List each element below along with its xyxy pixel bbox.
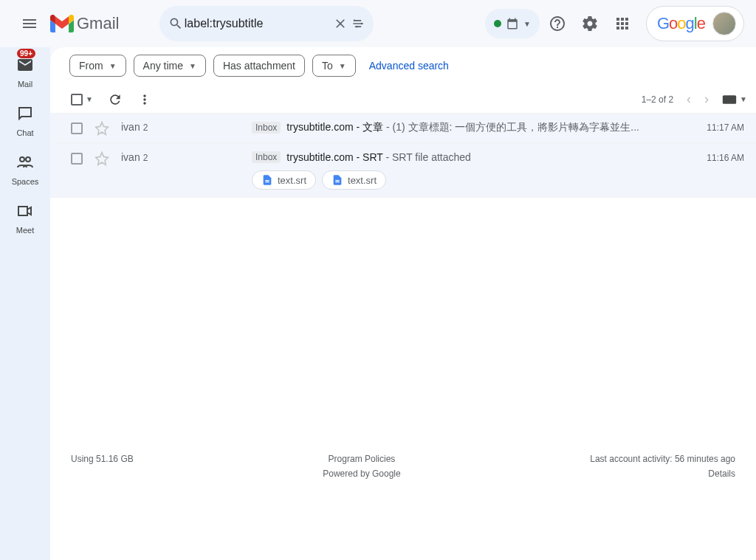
- filter-time-label: Any time: [143, 60, 183, 72]
- subject-strong: trysubtitle.com - SRT: [286, 151, 382, 163]
- email-row[interactable]: ivan 2 Inbox trysubtitle.com - 文章 - (1) …: [50, 114, 756, 144]
- row-checkbox[interactable]: [71, 122, 83, 134]
- row-time: 11:16 AM: [693, 151, 744, 163]
- select-all-control[interactable]: ▼: [71, 94, 93, 106]
- chevron-down-icon: ▼: [339, 62, 346, 70]
- sender: ivan 2: [115, 121, 252, 133]
- chevron-down-icon: ▼: [109, 62, 117, 70]
- attachment-chip[interactable]: text.srt: [252, 170, 316, 190]
- attachment-name: text.srt: [278, 175, 306, 186]
- toolbar-right: 1–2 of 2 ‹ › ▼: [642, 91, 747, 107]
- filter-attachment-label: Has attachment: [223, 60, 295, 72]
- chevron-down-icon: ▼: [189, 62, 196, 70]
- document-icon: [261, 174, 273, 186]
- sender-name: ivan: [121, 121, 140, 133]
- chevron-down-icon: ▼: [740, 95, 747, 103]
- main-panel: From▼ Any time▼ Has attachment To▼ Advan…: [50, 47, 756, 560]
- apps-button[interactable]: [608, 9, 637, 38]
- filter-any-time[interactable]: Any time▼: [134, 55, 206, 77]
- attachments: text.srt text.srt: [252, 170, 693, 190]
- filter-to-label: To: [322, 60, 333, 72]
- clear-search-button[interactable]: [332, 9, 349, 38]
- nav-spaces[interactable]: Spaces: [12, 151, 39, 186]
- row-time: 11:17 AM: [693, 121, 744, 133]
- search-options-button[interactable]: [349, 9, 366, 38]
- sender-count: 2: [143, 153, 148, 163]
- settings-button[interactable]: [575, 9, 605, 38]
- document-icon: [331, 174, 343, 186]
- header-right: ▼ Google: [485, 6, 744, 41]
- filter-to[interactable]: To▼: [312, 55, 356, 77]
- left-rail: 99+ Mail Chat Spaces Meet: [0, 47, 50, 560]
- subject-line: Inbox trysubtitle.com - SRT - SRT file a…: [252, 151, 693, 163]
- svg-rect-3: [723, 95, 736, 104]
- gmail-text: Gmail: [77, 14, 119, 33]
- nav-meet[interactable]: Meet: [13, 199, 37, 235]
- select-all-checkbox[interactable]: [71, 94, 83, 106]
- storage-text[interactable]: Using 51.16 GB: [71, 454, 134, 464]
- star-button[interactable]: [94, 121, 109, 136]
- active-status-dot: [494, 20, 501, 27]
- footer-storage: Using 51.16 GB: [71, 454, 134, 479]
- toolbar: ▼ 1–2 of 2 ‹ › ▼: [50, 86, 756, 114]
- filter-has-attachment[interactable]: Has attachment: [213, 55, 305, 77]
- nav-mail[interactable]: 99+ Mail: [13, 53, 37, 89]
- program-policies-link[interactable]: Program Policies: [323, 454, 400, 464]
- search-icon[interactable]: [167, 9, 184, 38]
- toolbar-left: ▼: [71, 92, 152, 107]
- hamburger-icon: [21, 15, 38, 32]
- sender-name: ivan: [121, 151, 140, 163]
- refresh-button[interactable]: [108, 92, 123, 107]
- nav-chat-label: Chat: [16, 128, 33, 137]
- chevron-down-icon: ▼: [523, 20, 531, 28]
- nav-chat[interactable]: Chat: [13, 102, 37, 137]
- nav-mail-label: Mail: [18, 80, 32, 89]
- subject-line: Inbox trysubtitle.com - 文章 - (1) 文章標題: 一…: [252, 121, 693, 134]
- footer-center: Program Policies Powered by Google: [323, 454, 400, 479]
- gmail-icon: [50, 15, 74, 32]
- svg-point-2: [356, 26, 358, 28]
- status-pill[interactable]: ▼: [485, 9, 540, 38]
- subject-snippet: - SRT file attached: [383, 151, 471, 163]
- subject-text: trysubtitle.com - SRT - SRT file attache…: [286, 151, 471, 163]
- support-button[interactable]: [543, 9, 572, 38]
- search-bar[interactable]: [159, 6, 374, 41]
- advanced-search-link[interactable]: Advanced search: [369, 60, 449, 72]
- sender: ivan 2: [115, 151, 252, 163]
- filter-bar: From▼ Any time▼ Has attachment To▼ Advan…: [50, 47, 756, 86]
- inbox-label[interactable]: Inbox: [252, 151, 281, 163]
- subject-area: Inbox trysubtitle.com - 文章 - (1) 文章標題: 一…: [252, 121, 693, 134]
- google-account-button[interactable]: Google: [646, 6, 744, 41]
- details-link[interactable]: Details: [590, 469, 735, 479]
- input-tools-button[interactable]: ▼: [722, 94, 747, 105]
- meet-icon: [13, 199, 37, 223]
- next-page-button[interactable]: ›: [704, 91, 709, 107]
- row-controls: [71, 121, 115, 136]
- star-button[interactable]: [94, 151, 109, 166]
- header: Gmail ▼ Google: [0, 0, 756, 47]
- email-row[interactable]: ivan 2 Inbox trysubtitle.com - SRT - SRT…: [50, 144, 756, 198]
- subject-strong: trysubtitle.com - 文章: [286, 121, 383, 133]
- footer: Using 51.16 GB Program Policies Powered …: [50, 440, 756, 560]
- filter-from-label: From: [79, 60, 103, 72]
- main-menu-button[interactable]: [12, 6, 47, 41]
- row-controls: [71, 151, 115, 166]
- inbox-label[interactable]: Inbox: [252, 122, 281, 134]
- subject-text: trysubtitle.com - 文章 - (1) 文章標題: 一個方便的工具…: [286, 121, 639, 134]
- svg-point-1: [361, 23, 363, 25]
- mail-badge: 99+: [17, 49, 35, 58]
- powered-by-text: Powered by Google: [323, 469, 400, 479]
- filter-from[interactable]: From▼: [69, 55, 126, 77]
- avatar[interactable]: [712, 12, 736, 35]
- row-checkbox[interactable]: [71, 153, 83, 165]
- attachment-name: text.srt: [348, 175, 377, 186]
- attachment-chip[interactable]: text.srt: [322, 170, 386, 190]
- spaces-icon: [13, 151, 37, 174]
- more-button[interactable]: [137, 92, 152, 107]
- gmail-logo-area[interactable]: Gmail: [50, 14, 119, 33]
- sender-count: 2: [143, 122, 148, 133]
- prev-page-button[interactable]: ‹: [687, 91, 691, 107]
- search-input[interactable]: [185, 17, 332, 30]
- footer-right: Last account activity: 56 minutes ago De…: [590, 454, 735, 479]
- subject-area: Inbox trysubtitle.com - SRT - SRT file a…: [252, 151, 693, 190]
